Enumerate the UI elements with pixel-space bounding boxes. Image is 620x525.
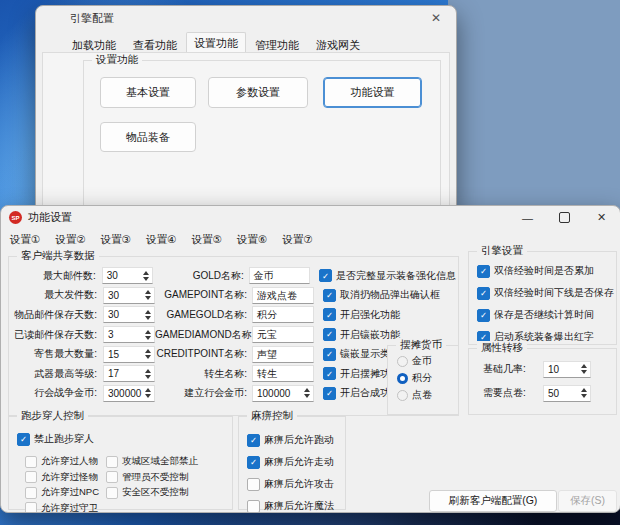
settings-row: 最大发件数: 30 GAMEPOINT名称: 游戏点卷 取消扔物品弹出确认框 <box>13 286 456 306</box>
function-settings-button[interactable]: 功能设置 <box>323 77 422 108</box>
field-label: 建立行会金币: <box>155 386 247 400</box>
menu-settings-2[interactable]: 设置② <box>50 231 90 249</box>
read-mail-days-stepper[interactable]: 3 <box>103 326 155 343</box>
menu-settings-1[interactable]: 设置① <box>5 231 45 249</box>
checkbox-safezone-uncontrolled[interactable]: 安全区不受控制 <box>106 486 198 499</box>
checkbox-save-continue-timing[interactable]: 保存是否继续计算时间 <box>477 308 614 322</box>
checkbox-icon <box>247 434 260 447</box>
checkbox-icon <box>25 471 37 483</box>
menu-settings-6[interactable]: 设置⑥ <box>232 231 272 249</box>
radio-icon <box>397 356 408 367</box>
stepper-arrows-icon[interactable] <box>141 330 154 340</box>
stepper-arrows-icon[interactable] <box>577 364 590 374</box>
checkbox-pass-players[interactable]: 允许穿过人物 <box>25 455 99 468</box>
checkbox-double-exp-accumulate[interactable]: 双倍经验时间是否累加 <box>477 264 614 278</box>
checkbox-show-enhance-info[interactable]: 是否完整显示装备强化信息 <box>319 269 456 283</box>
create-guild-gold-stepper[interactable]: 100000 <box>252 385 314 402</box>
checkbox-admin-uncontrolled[interactable]: 管理员不受控制 <box>106 471 198 484</box>
checkbox-icon <box>247 478 260 491</box>
checkbox-double-exp-save-offline[interactable]: 双倍经验时间下线是否保存 <box>477 286 614 300</box>
group-setting-functions: 设置功能 基本设置 参数设置 功能设置 物品装备 <box>83 60 441 207</box>
radio-stall-coupons[interactable]: 点卷 <box>397 388 458 402</box>
stepper-arrows-icon[interactable] <box>141 388 154 398</box>
guild-war-gold-stepper[interactable]: 300000 <box>103 385 155 402</box>
max-mail-stepper[interactable]: 30 <box>102 267 153 284</box>
stepper-arrows-icon[interactable] <box>141 290 154 300</box>
checkbox-icon <box>323 387 336 400</box>
checkbox-pass-guards[interactable]: 允许穿过守卫 <box>25 502 99 514</box>
gold-name-input[interactable]: 金币 <box>249 267 310 284</box>
checkbox-cancel-drop-confirm[interactable]: 取消扔物品弹出确认框 <box>323 288 440 302</box>
checkbox-icon <box>323 308 336 321</box>
group-title: 引擎设置 <box>477 244 527 258</box>
group-run-through-control: 跑步穿人控制 禁止跑步穿人 允许穿过人物 允许穿过怪物 允许穿过NPC 允许穿过… <box>8 416 233 510</box>
menu-settings-5[interactable]: 设置⑤ <box>187 231 227 249</box>
close-icon[interactable]: ✕ <box>428 11 444 25</box>
checkbox-enable-enhance[interactable]: 开启强化功能 <box>323 308 400 322</box>
settings-row: 物品邮件保存天数: 30 GAMEGOLD名称: 积分 开启强化功能 <box>13 305 456 325</box>
settings-row: 需要点卷: 50 <box>483 383 616 403</box>
radio-stall-points[interactable]: 积分 <box>397 371 458 385</box>
checkbox-icon <box>323 289 336 302</box>
radio-stall-gold[interactable]: 金币 <box>397 354 458 368</box>
base-chance-stepper[interactable]: 10 <box>543 361 591 378</box>
checkbox-paralysis-allow-run[interactable]: 麻痹后允许跑动 <box>247 433 334 447</box>
maximize-icon[interactable] <box>546 206 583 229</box>
save-button[interactable]: 保存(S) <box>558 490 617 512</box>
desktop-flat-panel <box>448 0 620 215</box>
stepper-arrows-icon[interactable] <box>141 349 154 359</box>
field-label: 最大邮件数: <box>13 269 96 283</box>
required-coupons-stepper[interactable]: 50 <box>543 385 591 402</box>
paralysis-checkbox-list: 麻痹后允许跑动 麻痹后允许走动 麻痹后允许攻击 麻痹后允许魔法 <box>247 433 334 513</box>
stepper-arrows-icon[interactable] <box>300 388 313 398</box>
checkbox-forbid-run-through[interactable]: 禁止跑步穿人 <box>17 432 94 446</box>
parameter-settings-button[interactable]: 参数设置 <box>208 77 308 108</box>
field-label: 基础几率: <box>483 362 541 376</box>
checkbox-paralysis-allow-attack[interactable]: 麻痹后允许攻击 <box>247 477 334 491</box>
max-send-stepper[interactable]: 30 <box>103 287 155 304</box>
gamediamond-name-input[interactable]: 元宝 <box>252 326 314 343</box>
gamegold-name-input[interactable]: 积分 <box>252 306 314 323</box>
stepper-arrows-icon[interactable] <box>141 369 154 379</box>
weapon-max-level-stepper[interactable]: 17 <box>103 365 155 382</box>
checkbox-paralysis-allow-walk[interactable]: 麻痹后允许走动 <box>247 455 334 469</box>
checkbox-enable-inlay[interactable]: 开启镶嵌功能 <box>323 328 400 342</box>
gamepoint-name-input[interactable]: 游戏点卷 <box>252 287 314 304</box>
rebirth-name-input[interactable]: 转生 <box>252 365 314 382</box>
settings-row: 已读邮件保存天数: 3 GAMEDIAMOND名称: 元宝 开启镶嵌功能 <box>13 325 456 345</box>
menu-settings-7[interactable]: 设置⑦ <box>278 231 318 249</box>
minimize-icon[interactable]: — <box>509 206 546 229</box>
basic-settings-button[interactable]: 基本设置 <box>100 77 196 108</box>
checkbox-pass-monsters[interactable]: 允许穿过怪物 <box>25 471 99 484</box>
group-title: 客户端共享数据 <box>17 249 99 263</box>
stepper-arrows-icon[interactable] <box>577 388 590 398</box>
checkbox-icon <box>323 328 336 341</box>
group-title: 跑步穿人控制 <box>17 409 88 423</box>
checkbox-paralysis-allow-magic[interactable]: 麻痹后允许魔法 <box>247 499 334 513</box>
consign-max-stepper[interactable]: 15 <box>103 346 155 363</box>
field-label: 已读邮件保存天数: <box>13 328 97 342</box>
window-engine-config: 引擎配置 ✕ 加载功能 查看功能 设置功能 管理功能 游戏网关 设置功能 基本设… <box>35 5 457 207</box>
field-label: GOLD名称: <box>153 269 244 283</box>
radio-icon <box>397 373 408 384</box>
stepper-arrows-icon[interactable] <box>141 310 154 320</box>
item-equipment-button[interactable]: 物品装备 <box>100 122 196 152</box>
close-icon[interactable]: ✕ <box>583 206 620 229</box>
field-label: 武器最高等级: <box>13 367 97 381</box>
checkbox-icon <box>477 309 490 322</box>
stepper-arrows-icon[interactable] <box>139 271 152 281</box>
checkbox-icon <box>319 269 332 282</box>
checkbox-pass-npc[interactable]: 允许穿过NPC <box>25 486 99 499</box>
checkbox-siege-area-forbid-all[interactable]: 攻城区域全部禁止 <box>106 455 198 468</box>
titlebar[interactable]: 引擎配置 <box>36 6 456 31</box>
group-attribute-transfer: 属性转移 基础几率: 10 需要点卷: 50 <box>468 348 617 415</box>
field-label: 最大发件数: <box>13 288 97 302</box>
menu-settings-4[interactable]: 设置④ <box>141 231 181 249</box>
menu-settings-3[interactable]: 设置③ <box>96 231 136 249</box>
group-title: 属性转移 <box>477 341 527 355</box>
item-mail-days-stepper[interactable]: 30 <box>103 306 155 323</box>
window-title: 引擎配置 <box>70 11 114 26</box>
creditpoint-name-input[interactable]: 声望 <box>252 346 314 363</box>
group-title: 麻痹控制 <box>247 409 297 423</box>
refresh-client-config-button[interactable]: 刷新客户端配置(G) <box>429 490 557 512</box>
